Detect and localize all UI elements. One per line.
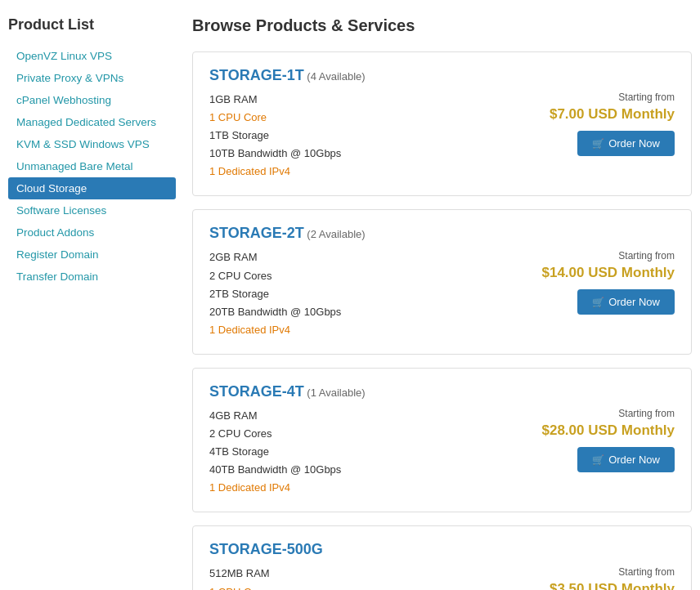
starting-from-label: Starting from xyxy=(544,92,675,103)
product-spec: 512MB RAM xyxy=(209,565,335,583)
sidebar-item-private-proxy--vpns[interactable]: Private Proxy & VPNs xyxy=(8,67,176,89)
product-info: STORAGE-500G512MB RAM1 CPU Core500GB Sto… xyxy=(209,541,335,590)
sidebar-item-kvm--ssd-windows-vps[interactable]: KVM & SSD Windows VPS xyxy=(8,133,176,155)
product-name: STORAGE-2T (2 Available) xyxy=(209,225,366,242)
product-spec: 1GB RAM xyxy=(209,91,366,109)
product-card: STORAGE-4T (1 Available)4GB RAM2 CPU Cor… xyxy=(192,368,692,512)
product-pricing: Starting from$28.00 USD MonthlyOrder Now xyxy=(542,408,675,472)
sidebar-item-software-licenses[interactable]: Software Licenses xyxy=(8,199,176,221)
product-price: $3.50 USD Monthly xyxy=(544,581,675,590)
sidebar-item-product-addons[interactable]: Product Addons xyxy=(8,221,176,244)
product-price: $14.00 USD Monthly xyxy=(542,265,675,281)
product-spec: 4TB Storage xyxy=(209,443,366,461)
starting-from-label: Starting from xyxy=(544,566,675,578)
product-availability: (1 Available) xyxy=(304,387,366,399)
cart-icon xyxy=(592,296,604,308)
sidebar-item-cpanel-webhosting[interactable]: cPanel Webhosting xyxy=(8,89,176,111)
product-availability: (4 Available) xyxy=(304,70,366,83)
product-pricing: Starting from$3.50 USD MonthlyOut of Sto… xyxy=(544,566,675,590)
page-title: Browse Products & Services xyxy=(192,16,692,35)
product-price: $28.00 USD Monthly xyxy=(542,422,675,439)
product-spec: 1 Dedicated IPv4 xyxy=(209,321,366,339)
product-name: STORAGE-4T (1 Available) xyxy=(209,383,366,400)
sidebar-item-cloud-storage[interactable]: Cloud Storage xyxy=(8,177,176,199)
sidebar-nav: OpenVZ Linux VPSPrivate Proxy & VPNscPan… xyxy=(8,45,176,288)
sidebar-title: Product List xyxy=(8,16,176,34)
cart-icon xyxy=(592,137,604,150)
sidebar-item-register-domain[interactable]: Register Domain xyxy=(8,244,176,266)
product-spec: 4GB RAM xyxy=(209,407,366,425)
sidebar-item-openvz-linux-vps[interactable]: OpenVZ Linux VPS xyxy=(8,45,176,67)
order-now-button[interactable]: Order Now xyxy=(577,131,675,156)
product-spec: 1 CPU Core xyxy=(209,583,335,591)
starting-from-label: Starting from xyxy=(542,250,675,261)
product-name: STORAGE-500G xyxy=(209,541,335,558)
product-spec: 20TB Bandwidth @ 10Gbps xyxy=(209,303,366,321)
product-card: STORAGE-1T (4 Available)1GB RAM1 CPU Cor… xyxy=(192,51,692,196)
product-spec: 40TB Bandwidth @ 10Gbps xyxy=(209,461,366,479)
product-spec: 1 Dedicated IPv4 xyxy=(209,479,366,497)
product-pricing: Starting from$7.00 USD MonthlyOrder Now xyxy=(544,92,675,156)
starting-from-label: Starting from xyxy=(542,408,675,419)
product-availability: (2 Available) xyxy=(304,228,366,240)
product-spec: 2 CPU Cores xyxy=(209,425,366,443)
order-now-button[interactable]: Order Now xyxy=(577,447,675,472)
product-info: STORAGE-2T (2 Available)2GB RAM2 CPU Cor… xyxy=(209,225,366,338)
product-list: STORAGE-1T (4 Available)1GB RAM1 CPU Cor… xyxy=(192,51,692,590)
order-now-button[interactable]: Order Now xyxy=(577,289,675,315)
sidebar-item-unmanaged-bare-metal[interactable]: Unmanaged Bare Metal xyxy=(8,155,176,177)
product-spec: 1TB Storage xyxy=(209,127,366,145)
product-spec: 1 Dedicated IPv4 xyxy=(209,163,366,181)
product-info: STORAGE-4T (1 Available)4GB RAM2 CPU Cor… xyxy=(209,383,366,497)
product-spec: 2TB Storage xyxy=(209,285,366,303)
product-pricing: Starting from$14.00 USD MonthlyOrder Now xyxy=(542,250,675,315)
product-info: STORAGE-1T (4 Available)1GB RAM1 CPU Cor… xyxy=(209,67,366,181)
product-price: $7.00 USD Monthly xyxy=(544,106,675,123)
product-spec: 10TB Bandwidth @ 10Gbps xyxy=(209,145,366,163)
sidebar-item-managed-dedicated-servers[interactable]: Managed Dedicated Servers xyxy=(8,111,176,133)
sidebar-item-transfer-domain[interactable]: Transfer Domain xyxy=(8,266,176,288)
cart-icon xyxy=(592,454,604,466)
page-container: Product List OpenVZ Linux VPSPrivate Pro… xyxy=(0,0,700,590)
product-name: STORAGE-1T (4 Available) xyxy=(209,67,366,84)
product-card: STORAGE-500G512MB RAM1 CPU Core500GB Sto… xyxy=(192,525,692,590)
main-content: Browse Products & Services STORAGE-1T (4… xyxy=(176,16,692,590)
product-spec: 1 CPU Core xyxy=(209,109,366,127)
sidebar: Product List OpenVZ Linux VPSPrivate Pro… xyxy=(8,16,176,590)
product-spec: 2GB RAM xyxy=(209,248,366,266)
product-card: STORAGE-2T (2 Available)2GB RAM2 CPU Cor… xyxy=(192,209,692,354)
product-spec: 2 CPU Cores xyxy=(209,267,366,285)
